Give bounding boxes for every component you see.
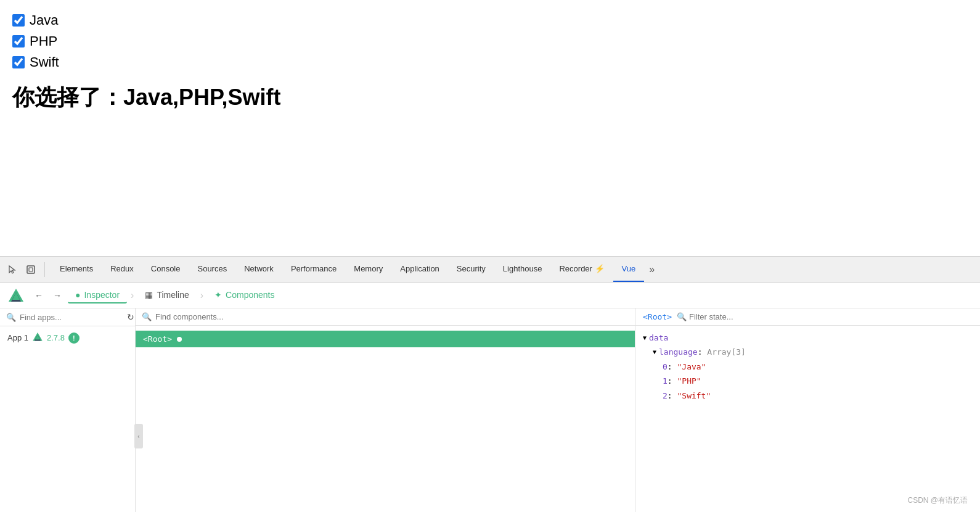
right-panel: <Root> 🔍 data language : Array[3] — [635, 308, 980, 512]
components-icon: ✦ — [214, 290, 222, 300]
state-language-row: language : Array[3] — [643, 345, 973, 359]
devtools-toolbar: Elements Redux Console Sources Network P… — [0, 257, 980, 283]
subtab-components-label: Components — [226, 290, 274, 300]
selection-result: 你选择了：Java,PHP,Swift — [12, 83, 968, 113]
subtab-timeline[interactable]: ▦ Timeline — [137, 287, 196, 303]
toolbar-icon-group — [5, 262, 45, 277]
state-data-key: data — [649, 331, 668, 345]
app-warning-badge: ! — [68, 332, 80, 344]
inspector-icon: ● — [75, 290, 80, 300]
devtools-panel: Elements Redux Console Sources Network P… — [0, 256, 980, 512]
state-value-2: "Swift" — [677, 389, 711, 403]
subtab-separator-2: › — [199, 290, 205, 301]
state-colon-0: : — [668, 360, 677, 374]
tab-vue[interactable]: Vue — [613, 257, 645, 282]
timeline-icon: ▦ — [145, 290, 153, 300]
middle-panel: 🔍 <Root> — [136, 308, 635, 512]
right-root-label: <Root> — [643, 312, 672, 321]
subtab-components[interactable]: ✦ Components — [207, 287, 282, 303]
component-root[interactable]: <Root> — [136, 331, 635, 347]
vue-subtoolbar: ← → ● Inspector › ▦ Timeline › ✦ Compone… — [0, 283, 980, 308]
state-language-type: Array[3] — [707, 345, 746, 359]
tab-elements[interactable]: Elements — [51, 257, 102, 282]
devtools-body: 🔍 ↻ App 1 2.7.8 ! ‹ — [0, 308, 980, 512]
checkbox-swift-label: Swift — [30, 54, 59, 70]
checkbox-swift[interactable]: Swift — [12, 54, 968, 70]
devtools-tab-bar: Elements Redux Console Sources Network P… — [51, 257, 975, 282]
tab-performance[interactable]: Performance — [282, 257, 345, 282]
state-colon-2: : — [668, 389, 677, 403]
collapse-handle[interactable]: ‹ — [134, 424, 143, 448]
forward-button[interactable]: → — [49, 287, 65, 303]
find-apps-input[interactable] — [20, 313, 123, 322]
state-index-2: 2 — [663, 389, 668, 403]
state-data-row: data — [643, 331, 973, 345]
tab-recorder[interactable]: Recorder ⚡ — [550, 257, 613, 282]
filter-state-search[interactable]: 🔍 — [677, 312, 793, 321]
svg-rect-1 — [29, 268, 33, 271]
state-language-colon: : — [698, 345, 708, 359]
app-item[interactable]: App 1 2.7.8 ! — [0, 326, 135, 349]
page-content: Java PHP Swift 你选择了：Java,PHP,Swift — [0, 0, 980, 256]
watermark: CSDN @有语忆语 — [907, 495, 968, 506]
find-components-input[interactable] — [155, 312, 629, 321]
filter-search-icon: 🔍 — [677, 312, 687, 321]
tab-sources[interactable]: Sources — [189, 257, 235, 282]
state-value-1: "PHP" — [677, 374, 701, 388]
component-dot — [177, 337, 182, 342]
tab-redux[interactable]: Redux — [102, 257, 142, 282]
language-triangle[interactable] — [653, 347, 656, 358]
more-tabs-button[interactable]: » — [644, 264, 659, 275]
cursor-icon[interactable] — [5, 262, 20, 277]
app-version: 2.7.8 — [47, 333, 65, 342]
state-item-1: 1 : "PHP" — [643, 374, 973, 388]
search-icon: 🔍 — [6, 313, 16, 322]
inspector-box-icon[interactable] — [23, 262, 38, 277]
app-name: App 1 — [7, 333, 28, 342]
state-index-1: 1 — [663, 374, 668, 388]
subtab-inspector[interactable]: ● Inspector — [68, 287, 127, 303]
tab-lighthouse[interactable]: Lighthouse — [494, 257, 551, 282]
checkbox-java[interactable]: Java — [12, 12, 968, 28]
tab-security[interactable]: Security — [448, 257, 494, 282]
state-tree: data language : Array[3] 0 : "Java" — [635, 326, 980, 408]
component-root-name: <Root> — [143, 334, 172, 344]
left-panel: 🔍 ↻ App 1 2.7.8 ! — [0, 308, 136, 512]
state-index-0: 0 — [663, 360, 668, 374]
right-panel-header: <Root> 🔍 — [635, 308, 980, 326]
refresh-icon[interactable]: ↻ — [127, 312, 134, 322]
state-language-key: language — [659, 345, 698, 359]
checkbox-java-label: Java — [30, 12, 58, 28]
vue-version-icon — [32, 331, 43, 344]
subtab-timeline-label: Timeline — [157, 290, 189, 300]
find-apps-search[interactable]: 🔍 ↻ — [0, 308, 135, 326]
find-components-search[interactable]: 🔍 — [136, 308, 635, 326]
back-button[interactable]: ← — [31, 287, 47, 303]
data-triangle[interactable] — [643, 332, 647, 344]
component-tree: <Root> — [136, 326, 635, 512]
state-item-2: 2 : "Swift" — [643, 389, 973, 403]
tab-console[interactable]: Console — [142, 257, 189, 282]
checkbox-php-label: PHP — [30, 33, 57, 49]
subtab-inspector-label: Inspector — [84, 290, 120, 300]
subtab-separator-1: › — [129, 290, 135, 301]
filter-state-input[interactable] — [689, 312, 793, 321]
tab-network[interactable]: Network — [235, 257, 282, 282]
vue-logo — [6, 286, 26, 305]
state-colon-1: : — [668, 374, 677, 388]
state-item-0: 0 : "Java" — [643, 360, 973, 374]
search-components-icon: 🔍 — [142, 312, 152, 321]
state-value-0: "Java" — [677, 360, 706, 374]
tab-memory[interactable]: Memory — [345, 257, 391, 282]
checkbox-php[interactable]: PHP — [12, 33, 968, 49]
svg-rect-0 — [27, 266, 35, 273]
tab-application[interactable]: Application — [391, 257, 448, 282]
